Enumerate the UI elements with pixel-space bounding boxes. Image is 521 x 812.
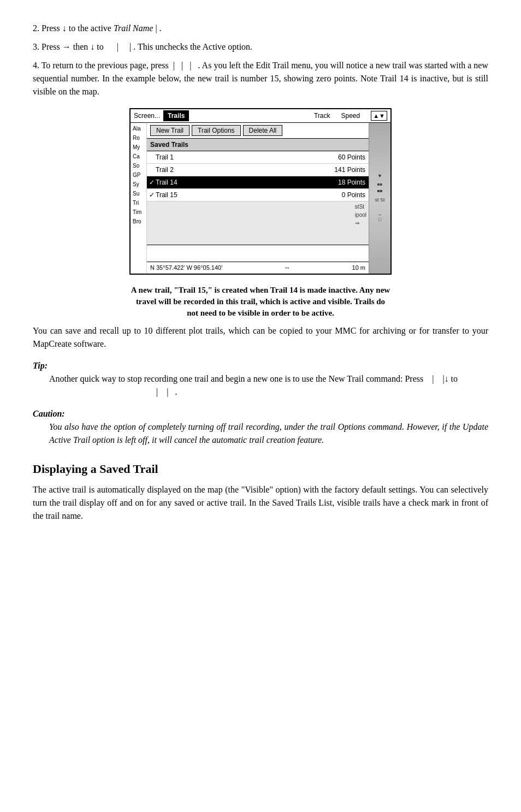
nav-bro: Bro: [132, 217, 145, 226]
device-right-panel: ▼ ■■ ■■ st St □: [369, 123, 390, 274]
para1-text: You can save and recall up to 10 differe…: [33, 326, 488, 348]
nav-gp: GP: [132, 170, 145, 180]
trail-1-name: Trail 1: [156, 152, 174, 162]
nav-tim: Tim: [132, 208, 145, 217]
caution-section: Caution: You also have the option of com…: [33, 407, 488, 447]
trail-14-check: ✓: [149, 177, 155, 187]
tip-body: Another quick way to stop recording one …: [49, 372, 488, 399]
bottom-bar: N 35°57.422' W 96°05.140' ↔ 10 m: [147, 262, 369, 274]
trail-options-button[interactable]: Trail Options: [192, 125, 241, 136]
trail-15-name: Trail 15: [156, 190, 177, 200]
device-main: Ala Ro My Ca So GP Sy Su Tri Tim Bro New…: [131, 123, 390, 274]
trail-2-name: Trail 2: [156, 165, 174, 175]
map-text-1: stStipool⇒: [355, 203, 366, 227]
track-speed-area: Track Speed ▲▼: [314, 111, 387, 121]
nav-sy: Sy: [132, 180, 145, 189]
track-label: Track: [314, 111, 330, 121]
bottom-scale: 10 m: [352, 263, 365, 272]
step2-italic: Trail Name: [114, 23, 153, 33]
button-row: New Trail Trail Options Delete All: [147, 123, 369, 139]
step-4: 4. To return to the previous page, press…: [33, 59, 488, 98]
right-panel-image: ▼ ■■ ■■ st St □: [369, 123, 390, 274]
step3-mid: | . This unchecks the Active option.: [129, 42, 252, 51]
trail-15-check: ✓: [149, 190, 155, 200]
trail-row-1[interactable]: Trail 1 60 Points: [147, 151, 369, 164]
new-trail-button[interactable]: New Trail: [150, 125, 190, 136]
nav-ro: Ro: [132, 133, 145, 143]
section-para: The active trail is automatically displa…: [33, 483, 488, 523]
nav-ala: Ala: [132, 124, 145, 133]
nav-my: My: [132, 143, 145, 152]
trail-row-2[interactable]: Trail 2 141 Points: [147, 164, 369, 176]
caption-box: A new trail, "Trail 15," is created when…: [129, 285, 392, 319]
screen-label: Screen...: [134, 111, 160, 121]
nav-ca: Ca: [132, 152, 145, 161]
spinner[interactable]: ▲▼: [371, 111, 387, 121]
section-heading: Displaying a Saved Trail: [33, 460, 488, 478]
bottom-coords: N 35°57.422' W 96°05.140': [150, 263, 222, 272]
speed-label: Speed: [341, 111, 360, 121]
bottom-arrow: ↔: [284, 263, 290, 272]
trail-2-points: 141 Points: [334, 165, 365, 175]
device-left-nav: Ala Ro My Ca So GP Sy Su Tri Tim Bro: [131, 123, 147, 274]
para1: You can save and recall up to 10 differe…: [33, 324, 488, 351]
trail-1-points: 60 Points: [338, 152, 365, 162]
tip-section: Tip: Another quick way to stop recording…: [33, 359, 488, 399]
nav-tri: Tri: [132, 198, 145, 208]
trail-row-14[interactable]: ✓ Trail 14 18 Points: [147, 176, 369, 189]
delete-all-button[interactable]: Delete All: [243, 125, 283, 136]
trail-14-points: 18 Points: [338, 177, 365, 187]
trail-row-15[interactable]: ✓ Trail 15 0 Points ◀: [147, 189, 369, 201]
caution-body-text: You also have the option of completely t…: [49, 422, 488, 444]
map-area: stStipool⇒: [147, 201, 369, 245]
tip-label: Tip:: [33, 359, 488, 372]
device-screenshot: Screen... Trails Track Speed ▲▼ Ala Ro M…: [129, 108, 392, 275]
step4-start: 4. To return to the previous page, press: [33, 61, 169, 70]
tip-body2: ↓ to: [445, 374, 458, 383]
nav-so: So: [132, 161, 145, 170]
step3-text: 3. Press → then ↓ to: [33, 42, 104, 51]
device-content: New Trail Trail Options Delete All Saved…: [147, 123, 369, 274]
section-para-text: The active trail is automatically displa…: [33, 485, 488, 520]
trail-15-points: 0 Points: [342, 190, 365, 200]
step-2: 2. Press ↓ to the active Trail Name | .: [33, 22, 488, 35]
tab-trails[interactable]: Trails: [163, 110, 189, 121]
trail-14-name: Trail 14: [156, 177, 177, 187]
caution-label: Caution:: [33, 407, 488, 420]
step-3: 3. Press → then ↓ to | | . This unchecks…: [33, 40, 488, 54]
tip-body-text: Another quick way to stop recording one …: [49, 374, 423, 383]
caution-body: You also have the option of completely t…: [49, 420, 488, 447]
step2-end: | .: [153, 23, 161, 33]
caption-text: A new trail, "Trail 15," is created when…: [131, 286, 390, 317]
nav-su: Su: [132, 189, 145, 198]
saved-trails-header: Saved Trails: [147, 139, 369, 151]
device-top-bar: Screen... Trails Track Speed ▲▼: [131, 109, 390, 123]
step2-text: 2. Press ↓ to the active: [33, 23, 114, 33]
